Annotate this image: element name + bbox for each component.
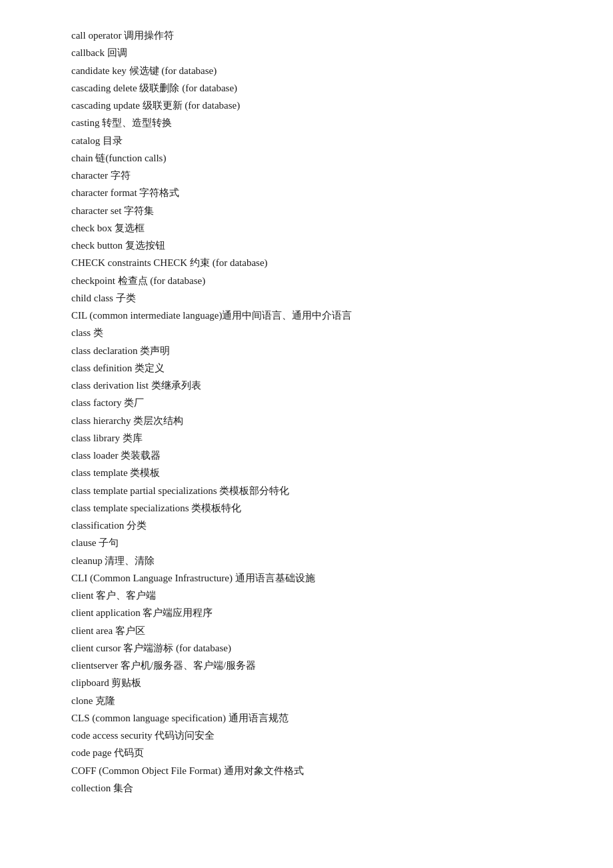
- list-item: class template 类模板: [71, 464, 542, 481]
- list-item: child class 子类: [71, 289, 542, 307]
- list-item: clone 克隆: [71, 692, 542, 709]
- list-item: collection 集合: [71, 779, 542, 797]
- list-item: code access security 代码访问安全: [71, 727, 542, 744]
- list-item: chain 链(function calls): [71, 149, 542, 167]
- list-item: clipboard 剪贴板: [71, 674, 542, 691]
- list-item: candidate key 候选键 (for database): [71, 62, 542, 79]
- list-item: class definition 类定义: [71, 359, 542, 377]
- list-item: cleanup 清理、清除: [71, 552, 542, 569]
- list-item: clientserver 客户机/服务器、客户端/服务器: [71, 657, 542, 674]
- list-item: callback 回调: [71, 44, 542, 61]
- list-item: class template specializations 类模板特化: [71, 499, 542, 517]
- list-item: client area 客户区: [71, 622, 542, 639]
- list-item: checkpoint 检查点 (for database): [71, 272, 542, 289]
- list-item: class template partial specializations 类…: [71, 482, 542, 499]
- list-item: call operator 调用操作符: [71, 27, 542, 44]
- list-item: CHECK constraints CHECK 约束 (for database…: [71, 254, 542, 271]
- list-item: cascading delete 级联删除 (for database): [71, 79, 542, 97]
- list-item: client cursor 客户端游标 (for database): [71, 639, 542, 657]
- list-item: class hierarchy 类层次结构: [71, 412, 542, 429]
- list-item: CLI (Common Language Infrastructure) 通用语…: [71, 569, 542, 587]
- list-item: character set 字符集: [71, 202, 542, 219]
- list-item: clause 子句: [71, 534, 542, 551]
- list-item: check box 复选框: [71, 219, 542, 237]
- list-item: client 客户、客户端: [71, 587, 542, 604]
- list-item: CLS (common language specification) 通用语言…: [71, 709, 542, 727]
- list-item: class library 类库: [71, 429, 542, 447]
- list-item: classification 分类: [71, 517, 542, 534]
- list-item: code page 代码页: [71, 744, 542, 761]
- content-area: call operator 调用操作符callback 回调candidate …: [71, 27, 542, 797]
- list-item: COFF (Common Object File Format) 通用对象文件格…: [71, 762, 542, 779]
- list-item: CIL (common intermediate language)通用中间语言…: [71, 307, 542, 324]
- list-item: class 类: [71, 324, 542, 341]
- list-item: class declaration 类声明: [71, 342, 542, 359]
- list-item: client application 客户端应用程序: [71, 604, 542, 621]
- list-item: cascading update 级联更新 (for database): [71, 97, 542, 114]
- list-item: character 字符: [71, 167, 542, 184]
- list-item: class loader 类装载器: [71, 447, 542, 464]
- list-item: class factory 类厂: [71, 394, 542, 411]
- list-item: character format 字符格式: [71, 184, 542, 201]
- list-item: check button 复选按钮: [71, 237, 542, 254]
- list-item: class derivation list 类继承列表: [71, 377, 542, 394]
- list-item: catalog 目录: [71, 132, 542, 149]
- list-item: casting 转型、造型转换: [71, 114, 542, 131]
